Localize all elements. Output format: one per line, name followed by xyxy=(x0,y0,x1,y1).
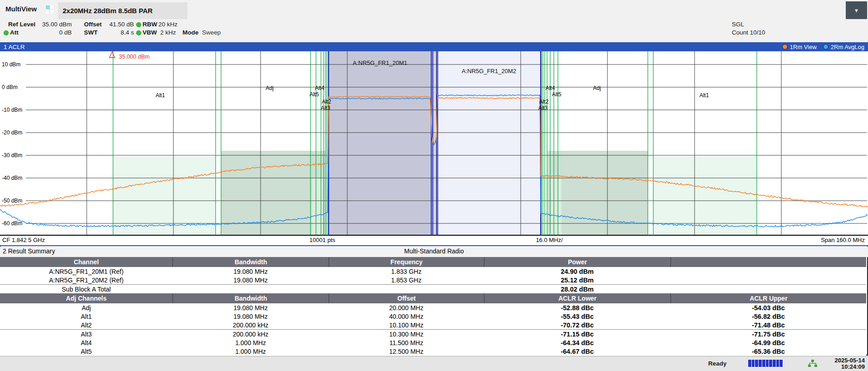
adj-channel-label: Alt2 xyxy=(322,99,331,105)
table-cell: Alt3 xyxy=(0,330,173,338)
rbw-value[interactable]: 20 kHz xyxy=(158,21,178,28)
legend-trace2[interactable]: 2Rm AvgLog xyxy=(823,44,864,50)
y-axis-label: -40 dBm xyxy=(2,175,22,181)
table-cell: 200.000 kHz xyxy=(173,321,329,329)
table-cell xyxy=(671,285,866,293)
legend-trace2-label: 2Rm AvgLog xyxy=(831,44,864,50)
table-row: Sub Block A Total28.02 dBm xyxy=(0,284,866,293)
y-axis-label: -10 dBm xyxy=(2,107,22,113)
table-cell xyxy=(329,285,484,293)
aclr-window-title: 1 ACLR xyxy=(4,44,25,50)
column-header: Bandwidth xyxy=(173,293,329,303)
column-header: Power xyxy=(484,257,671,267)
adj-channel-label: Alt5 xyxy=(310,91,319,98)
swt-value[interactable]: 8.4 s xyxy=(101,29,134,36)
progress-segment xyxy=(766,360,769,367)
table-cell: Sub Block A Total xyxy=(0,285,173,293)
adj-channel-label: Adj xyxy=(593,85,601,91)
table-row: Alt41.000 MHz11.500 MHz-64.34 dBc-64.99 … xyxy=(0,338,866,347)
table-cell: -64.67 dBc xyxy=(484,347,671,356)
limit-region-Adj-upper xyxy=(547,151,648,235)
adj-channel-label: Alt4 xyxy=(315,85,325,91)
progress-segment xyxy=(759,360,762,367)
ref-level-value[interactable]: 35.00 dBm xyxy=(36,21,72,28)
tab-measurement-channel[interactable]: 2x20MHz 28dBm 8.5dB PAR xyxy=(58,2,187,19)
table-cell: -64.99 dBc xyxy=(671,338,866,347)
mode-value[interactable]: Sweep xyxy=(202,29,221,36)
table-cell: A:NR5G_FR1_20M1 (Ref) xyxy=(0,267,173,276)
vbw-label: VBW xyxy=(143,29,157,36)
sweep-info-row: CF 1.842 5 GHz 10001 pts 16.0 MHz/ Span … xyxy=(0,235,868,245)
tx-channel-region xyxy=(438,51,541,235)
column-header: Channel xyxy=(0,257,173,267)
multiview-tab[interactable]: MultiView xyxy=(5,5,37,13)
table-cell: 28.02 dBm xyxy=(484,285,671,293)
table-cell: 10.300 MHz xyxy=(329,330,484,338)
table-row: A:NR5G_FR1_20M1 (Ref)19.080 MHz1.833 GHz… xyxy=(0,267,866,276)
table-cell: 1.000 MHz xyxy=(173,338,329,347)
result-summary-subtitle: Multi-Standard Radio xyxy=(0,247,868,255)
rbw-label: RBW xyxy=(143,21,157,28)
adj-channel-label: Alt5 xyxy=(552,91,562,98)
legend-trace1-label: 1Rm View xyxy=(790,44,817,50)
column-header: ACLR Lower xyxy=(484,293,671,303)
adj-channel-label: Alt1 xyxy=(700,92,709,99)
swt-label: SWT xyxy=(84,29,98,36)
trace1-dot-icon xyxy=(782,44,788,49)
date-time: 2025-05-14 10:24:09 xyxy=(813,357,865,370)
window-menu-button[interactable]: ▼ xyxy=(846,1,867,19)
analyzer-screen: MultiView 2x20MHz 28dBm 8.5dB PAR ▼ Ref … xyxy=(0,0,868,371)
table-cell: 40.000 MHz xyxy=(329,312,484,321)
table-cell: -71.15 dBc xyxy=(484,330,671,338)
spectrum-chart[interactable]: 10 dBm0 dBm-10 dBm-20 dBm-30 dBm-40 dBm-… xyxy=(0,51,868,235)
rbw-led-icon xyxy=(136,22,141,27)
table-cell: Alt2 xyxy=(0,321,173,329)
table-cell xyxy=(173,285,329,293)
limit-region-Adj-lower xyxy=(221,151,326,235)
table-cell: 19.080 MHz xyxy=(173,267,329,276)
table-cell: 12.500 MHz xyxy=(329,347,484,356)
table-cell: -54.03 dBc xyxy=(671,303,866,312)
table-header-row: ChannelBandwidthFrequencyPower xyxy=(0,257,866,267)
table-cell: Alt5 xyxy=(0,347,173,356)
center-frequency[interactable]: CF 1.842 5 GHz xyxy=(2,237,45,243)
table-cell: 19.080 MHz xyxy=(173,303,329,312)
table-cell: -55.43 dBc xyxy=(484,312,671,321)
att-value[interactable]: 0 dB xyxy=(36,29,72,36)
table-cell: -71.75 dBc xyxy=(671,330,866,338)
column-header: ACLR Upper xyxy=(671,293,866,303)
status-bar: ▼ ▼ xyxy=(0,356,868,371)
time-value: 10:24:09 xyxy=(813,364,865,370)
offset-value[interactable]: 41.50 dB xyxy=(101,21,134,28)
table-cell: -71.48 dBc xyxy=(671,321,866,329)
table-row: Alt119.080 MHz40.000 MHz-55.43 dBc-56.82… xyxy=(0,312,866,321)
y-axis-label: -50 dBm xyxy=(2,198,22,204)
scale-per-division: 16.0 MHz/ xyxy=(524,237,574,243)
table-header-row: Adj ChannelsBandwidthOffsetACLR LowerACL… xyxy=(0,293,866,303)
table-cell: 1.000 MHz xyxy=(173,347,329,356)
table-cell: 1.853 GHz xyxy=(329,276,484,284)
adj-channel-label: Alt4 xyxy=(546,85,555,91)
limit-region-Alt45-upper xyxy=(551,178,562,235)
table-cell: 19.080 MHz xyxy=(173,312,329,321)
chevron-down-icon: ▼ xyxy=(854,8,859,13)
table-cell: 19.080 MHz xyxy=(173,276,329,284)
sweep-progress-bar xyxy=(748,359,783,367)
progress-segment xyxy=(779,360,783,367)
trace2-dot-icon xyxy=(823,44,829,49)
ref-level-marker-label: 35.000 dBm xyxy=(119,54,149,60)
span-value[interactable]: Span 160.0 MHz xyxy=(774,237,865,243)
table-row: Alt3200.000 kHz10.300 MHz-71.15 dBc-71.7… xyxy=(0,329,866,338)
progress-segment xyxy=(748,360,751,367)
legend-trace1[interactable]: 1Rm View xyxy=(782,44,817,50)
adj-channel-label: Alt3 xyxy=(538,105,548,111)
y-axis-label: -60 dBm xyxy=(2,220,22,227)
msr-result-table: ChannelBandwidthFrequencyPowerA:NR5G_FR1… xyxy=(0,257,866,356)
aclr-window-titlebar[interactable]: 1 ACLR 1Rm View 2Rm AvgLog xyxy=(0,42,868,51)
vbw-value[interactable]: 2 kHz xyxy=(160,29,176,36)
trace-legend: 1Rm View 2Rm AvgLog xyxy=(782,42,864,51)
table-cell: 24.90 dBm xyxy=(484,267,671,276)
table-row: Alt51.000 MHz12.500 MHz-64.67 dBc-65.36 … xyxy=(0,347,866,356)
table-cell: 25.12 dBm xyxy=(484,276,671,284)
table-cell: 20.000 MHz xyxy=(329,303,484,312)
